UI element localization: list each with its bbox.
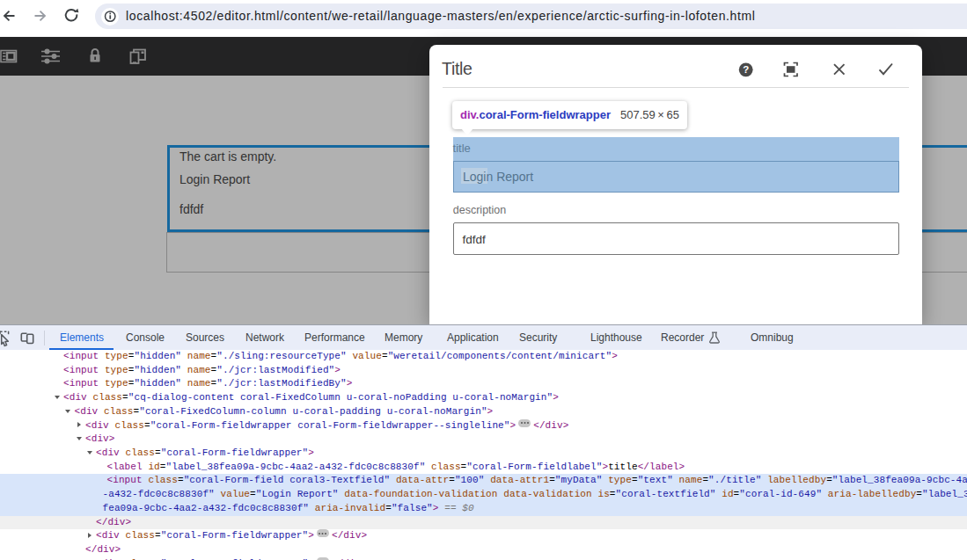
svg-text:?: ? xyxy=(743,64,749,75)
